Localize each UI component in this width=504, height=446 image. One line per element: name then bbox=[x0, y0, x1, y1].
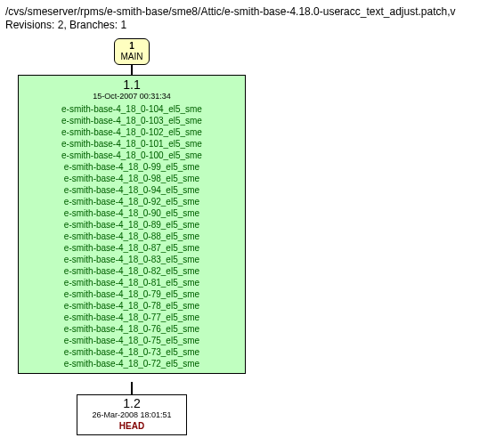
revision-version: 1.1 bbox=[24, 79, 240, 90]
branches-count: 1 bbox=[120, 19, 126, 31]
revision-tag: e-smith-base-4_18_0-94_el5_sme bbox=[24, 184, 240, 196]
revision-version: 1.2 bbox=[85, 398, 179, 409]
revision-date: 26-Mar-2008 18:01:51 bbox=[85, 410, 179, 420]
revision-tag: e-smith-base-4_18_0-81_el5_sme bbox=[24, 277, 240, 288]
revision-tag: e-smith-base-4_18_0-83_el5_sme bbox=[24, 254, 240, 265]
revision-tag: e-smith-base-4_18_0-77_el5_sme bbox=[24, 312, 240, 323]
branch-number: 1 bbox=[120, 41, 143, 52]
revision-tag: e-smith-base-4_18_0-101_el5_sme bbox=[24, 138, 240, 150]
revision-tag: e-smith-base-4_18_0-90_el5_sme bbox=[24, 207, 240, 219]
revision-tag: e-smith-base-4_18_0-89_el5_sme bbox=[24, 219, 240, 231]
revision-tag: e-smith-base-4_18_0-102_el5_sme bbox=[24, 126, 240, 138]
revision-tag: e-smith-base-4_18_0-98_el5_sme bbox=[24, 173, 240, 184]
revision-tag: e-smith-base-4_18_0-78_el5_sme bbox=[24, 300, 240, 312]
revision-date: 15-Oct-2007 00:31:34 bbox=[24, 91, 240, 101]
revision-tag: e-smith-base-4_18_0-103_el5_sme bbox=[24, 115, 240, 126]
revision-tag: e-smith-base-4_18_0-92_el5_sme bbox=[24, 196, 240, 207]
revision-diagram: 1 MAIN 1.1 15-Oct-2007 00:31:34 e-smith-… bbox=[5, 38, 499, 439]
head-label: HEAD bbox=[85, 421, 179, 432]
revision-tag: e-smith-base-4_18_0-87_el5_sme bbox=[24, 242, 240, 254]
revision-node-1-2[interactable]: 1.2 26-Mar-2008 18:01:51 HEAD bbox=[77, 394, 187, 435]
edge-rev1-to-rev2 bbox=[131, 382, 133, 394]
revision-tag: e-smith-base-4_18_0-75_el5_sme bbox=[24, 335, 240, 346]
revision-tag: e-smith-base-4_18_0-104_el5_sme bbox=[24, 103, 240, 115]
revision-tag: e-smith-base-4_18_0-72_el5_sme bbox=[24, 358, 240, 369]
revisions-count: 2, bbox=[58, 19, 67, 31]
revision-tag: e-smith-base-4_18_0-82_el5_sme bbox=[24, 265, 240, 277]
branch-name: MAIN bbox=[120, 52, 143, 62]
file-path: /cvs/smeserver/rpms/e-smith-base/sme8/At… bbox=[5, 5, 499, 18]
revision-tag: e-smith-base-4_18_0-99_el5_sme bbox=[24, 161, 240, 173]
branches-label: Branches: bbox=[69, 19, 118, 31]
revision-tag: e-smith-base-4_18_0-79_el5_sme bbox=[24, 288, 240, 300]
branch-node-main[interactable]: 1 MAIN bbox=[114, 38, 150, 65]
revision-tag: e-smith-base-4_18_0-76_el5_sme bbox=[24, 323, 240, 335]
revision-node-1-1[interactable]: 1.1 15-Oct-2007 00:31:34 e-smith-base-4_… bbox=[18, 75, 246, 374]
revision-tag: e-smith-base-4_18_0-88_el5_sme bbox=[24, 231, 240, 242]
revisions-label: Revisions: bbox=[5, 19, 54, 31]
header-meta: Revisions: 2, Branches: 1 bbox=[5, 19, 499, 31]
revision-tag: e-smith-base-4_18_0-100_el5_sme bbox=[24, 150, 240, 161]
revision-tag: e-smith-base-4_18_0-73_el5_sme bbox=[24, 346, 240, 358]
